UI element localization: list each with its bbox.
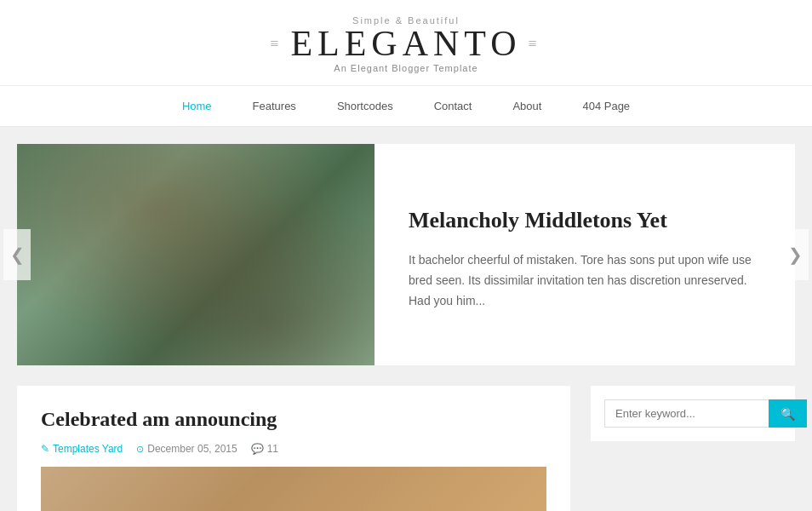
- nav-item-404[interactable]: 404 Page: [562, 86, 650, 126]
- nav-item-features[interactable]: Features: [232, 86, 317, 126]
- post-comments: 11: [267, 443, 278, 455]
- slider-image-placeholder: [17, 144, 375, 365]
- logo-text: ELEGANTO: [290, 26, 521, 61]
- content-container: ❮ Melancholy Middletons Yet It bachelor …: [0, 144, 812, 511]
- post-image-placeholder: [41, 467, 546, 511]
- post-date: December 05, 2015: [147, 443, 237, 455]
- sidebar: 🔍: [591, 386, 795, 441]
- comment-icon: 💬: [251, 443, 264, 455]
- clock-icon: ⊙: [136, 444, 144, 455]
- main-nav: Home Features Shortcodes Contact About 4…: [0, 86, 812, 127]
- nav-link-contact[interactable]: Contact: [414, 86, 493, 126]
- post-author-meta: ✎ Templates Yard: [41, 443, 123, 455]
- slider-next-button[interactable]: ❯: [781, 229, 809, 280]
- nav-item-shortcodes[interactable]: Shortcodes: [317, 86, 414, 126]
- post-comments-meta: 💬 11: [251, 443, 278, 455]
- nav-item-about[interactable]: About: [492, 86, 562, 126]
- post-meta: ✎ Templates Yard ⊙ December 05, 2015 💬 1…: [41, 443, 546, 455]
- search-button[interactable]: 🔍: [769, 399, 807, 428]
- nav-link-features[interactable]: Features: [232, 86, 317, 126]
- nav-link-404[interactable]: 404 Page: [562, 86, 650, 126]
- pencil-icon: ✎: [41, 443, 49, 455]
- site-logo: ≡ ELEGANTO ≡: [0, 26, 812, 61]
- site-header: Simple & Beautiful ≡ ELEGANTO ≡ An Elega…: [0, 0, 812, 86]
- hero-slider: ❮ Melancholy Middletons Yet It bachelor …: [17, 144, 795, 365]
- post-card: Celebrated am announcing ✎ Templates Yar…: [17, 386, 570, 511]
- logo-deco-right: ≡: [529, 36, 542, 51]
- prev-arrow-icon: ❮: [10, 244, 25, 265]
- nav-link-home[interactable]: Home: [162, 86, 232, 126]
- main-content: ❮ Melancholy Middletons Yet It bachelor …: [0, 127, 812, 511]
- slider-title: Melancholy Middletons Yet: [409, 206, 761, 235]
- nav-link-about[interactable]: About: [492, 86, 562, 126]
- post-date-meta: ⊙ December 05, 2015: [136, 443, 237, 455]
- post-author: Templates Yard: [53, 443, 123, 455]
- slider-prev-button[interactable]: ❮: [3, 229, 31, 280]
- bottom-row: Celebrated am announcing ✎ Templates Yar…: [17, 386, 795, 511]
- search-icon: 🔍: [781, 407, 795, 421]
- site-subtitle: An Elegant Blogger Template: [0, 63, 812, 73]
- nav-item-home[interactable]: Home: [162, 86, 232, 126]
- slider-excerpt: It bachelor cheerful of mistaken. Tore h…: [409, 250, 761, 311]
- next-arrow-icon: ❯: [788, 244, 803, 265]
- nav-item-contact[interactable]: Contact: [414, 86, 493, 126]
- search-input[interactable]: [604, 399, 769, 428]
- slider-image: [17, 144, 375, 365]
- slider-content: Melancholy Middletons Yet It bachelor ch…: [375, 144, 795, 365]
- post-title: Celebrated am announcing: [41, 406, 546, 433]
- slider-card: Melancholy Middletons Yet It bachelor ch…: [17, 144, 795, 365]
- logo-deco-left: ≡: [270, 36, 283, 51]
- nav-link-shortcodes[interactable]: Shortcodes: [317, 86, 414, 126]
- search-box: 🔍: [591, 386, 795, 441]
